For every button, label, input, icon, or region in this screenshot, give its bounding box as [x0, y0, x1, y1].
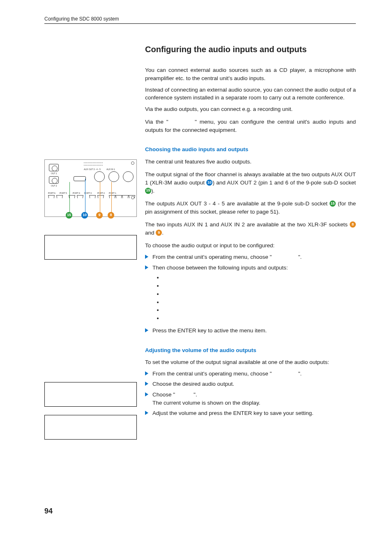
s2-step3: Choose "Volume". The current volume is s…: [145, 391, 356, 407]
callout-9-icon: 9: [156, 230, 162, 236]
s1-step1: From the central unit's operating menu, …: [145, 253, 356, 261]
step-arrow-icon: [145, 255, 148, 259]
s1-p5: To choose the audio output or input to b…: [145, 242, 356, 250]
s1-step2: Then choose between the following inputs…: [145, 264, 356, 272]
s1-p2: The output signal of the floor channel i…: [145, 170, 356, 195]
step-arrow-icon: [145, 382, 148, 386]
diagram-callout-15: 15: [66, 212, 72, 219]
intro-p3: Via the audio outputs, you can connect e…: [145, 105, 356, 113]
list-item: [163, 274, 356, 282]
step-arrow-icon: [145, 265, 148, 269]
step-arrow-icon: [145, 392, 148, 396]
step-arrow-icon: [145, 371, 148, 375]
callout-10-icon: 10: [206, 180, 212, 186]
display-box-2: [44, 382, 137, 407]
rear-panel-diagram: • • • • • • • • • • • • • • • • • • • • …: [44, 159, 137, 217]
s1-p1: The central unit features five audio out…: [145, 158, 356, 166]
diagram-callout-8: 8: [108, 212, 114, 219]
callout-8-icon: 8: [350, 221, 356, 228]
s2-step2: Choose the desired audio output.: [145, 380, 356, 388]
io-bullet-list: [163, 274, 356, 322]
diagram-callout-9: 9: [96, 212, 103, 219]
section-title: Configuring the audio inputs and outputs: [145, 44, 356, 55]
s1-p3: The outputs AUX OUT 3 - 4 - 5 are availa…: [145, 200, 356, 216]
diagram-callout-10: 10: [81, 212, 88, 219]
step-arrow-icon: [145, 411, 148, 415]
s2-p1: To set the volume of the output signal a…: [145, 358, 356, 366]
step-arrow-icon: [145, 328, 148, 332]
list-item: [163, 282, 356, 290]
panel-illustration: • • • • • • • • • • • • • • • • • • • • …: [44, 159, 137, 217]
main-content: Configuring the audio inputs and outputs…: [145, 44, 356, 417]
intro-p1: You can connect external audio sources s…: [145, 66, 356, 82]
s1-step3: Press the ENTER key to active the menu i…: [145, 327, 356, 335]
list-item: [163, 299, 356, 306]
list-item: [163, 315, 356, 322]
subhead-choosing: Choosing the audio inputs and outputs: [145, 145, 356, 154]
intro-p4: Via the "Aux-In/Out" menu, you can confi…: [145, 118, 356, 134]
list-item: [163, 290, 356, 298]
callout-15-icon: 15: [145, 188, 151, 194]
subhead-adjusting: Adjusting the volume of the audio output…: [145, 346, 356, 355]
display-box-1: [44, 235, 137, 260]
page-number: 94: [44, 506, 53, 516]
s1-p4: The two inputs AUX IN 1 and AUX IN 2 are…: [145, 221, 356, 237]
running-header: Configuring the SDC 8000 system: [44, 16, 356, 24]
running-header-text: Configuring the SDC 8000 system: [44, 16, 119, 22]
intro-p2: Instead of connecting an external audio …: [145, 86, 356, 102]
display-box-3: [44, 415, 137, 440]
callout-15b-icon: 15: [330, 200, 336, 207]
s2-step1: From the central unit's operating menu, …: [145, 370, 356, 378]
s2-step4: Adjust the volume and press the ENTER ke…: [145, 409, 356, 417]
list-item: [163, 306, 356, 314]
